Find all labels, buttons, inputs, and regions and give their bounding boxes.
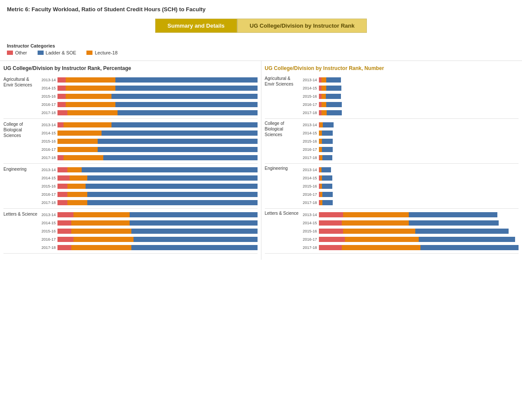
right-bar-row: 2013-14 (302, 76, 519, 83)
bar-row: 2013-14 (40, 211, 258, 218)
year-label: 2017-18 (40, 111, 57, 115)
category-group: Engineering2013-142014-152015-162016-172… (3, 165, 258, 209)
right-bar-track (319, 184, 519, 189)
year-label: 2013-14 (40, 78, 57, 82)
right-bar-track (319, 155, 519, 160)
bar-track (57, 122, 258, 127)
bar-row: 2017-18 (40, 244, 258, 251)
right-bar-track (319, 110, 519, 115)
year-label: 2015-16 (40, 94, 57, 99)
bar-track (57, 245, 258, 250)
right-bar-track (319, 212, 519, 217)
year-label: 2014-15 (40, 221, 57, 225)
right-bar-track (319, 200, 519, 205)
right-year-label: 2013-14 (302, 123, 319, 127)
category-group: Agricultural & Envir Sciences2013-142014… (3, 76, 258, 119)
right-bar-row: 2013-14 (302, 121, 519, 128)
category-name: Letters & Science (3, 210, 40, 217)
right-chart-body: Agricultural & Envir Sciences2013-142014… (265, 76, 519, 254)
bar-row: 2016-17 (40, 101, 258, 108)
right-bar-row: 2017-18 (302, 244, 519, 251)
year-label: 2016-17 (40, 147, 57, 152)
bar-track (57, 212, 258, 217)
category-name: Engineering (3, 165, 40, 172)
legend-other: Other (7, 50, 27, 55)
right-category-name: Engineering (265, 165, 302, 171)
bar-row: 2017-18 (40, 109, 258, 116)
bar-track (57, 175, 258, 181)
left-chart-panel: UG College/Division by Instructor Rank, … (0, 61, 261, 260)
right-year-label: 2013-14 (302, 213, 319, 217)
right-category-name: Letters & Science (265, 210, 302, 216)
tab-summary[interactable]: Summary and Details (155, 19, 237, 33)
bar-track (57, 77, 258, 83)
right-bar-track (319, 192, 519, 197)
right-bar-track (319, 94, 519, 99)
right-category-group: Agricultural & Envir Sciences2013-142014… (265, 76, 519, 119)
year-label: 2017-18 (40, 245, 57, 250)
right-year-label: 2014-15 (302, 221, 319, 225)
right-year-label: 2016-17 (302, 192, 319, 197)
right-year-label: 2014-15 (302, 176, 319, 180)
right-bar-track (319, 86, 519, 91)
bar-row: 2017-18 (40, 154, 258, 161)
category-group: College of Biological Sciences2013-14201… (3, 121, 258, 164)
bar-track (57, 167, 258, 172)
right-bar-track (319, 175, 519, 181)
right-year-label: 2014-15 (302, 86, 319, 90)
legend-lecture: Lecture-18 (86, 50, 118, 55)
bar-row: 2013-14 (40, 76, 258, 83)
right-bar-track (319, 122, 519, 127)
bar-track (57, 192, 258, 197)
tab-ug-college[interactable]: UG College/Division by Instructor Rank (237, 19, 367, 33)
bar-row: 2014-15 (40, 220, 258, 226)
bar-track (57, 86, 258, 91)
bar-row: 2013-14 (40, 166, 258, 173)
legend-title: Instructor Categories (7, 43, 515, 48)
other-swatch (7, 51, 13, 55)
bar-track (57, 200, 258, 205)
bar-track (57, 110, 258, 115)
right-bar-row: 2015-16 (302, 183, 519, 190)
bar-track (57, 184, 258, 189)
bar-track (57, 102, 258, 107)
right-category-group: Letters & Science2013-142014-152015-1620… (265, 210, 519, 254)
right-category-group: College of Biological Sciences2013-14201… (265, 121, 519, 164)
right-bar-row: 2016-17 (302, 191, 519, 198)
legend-ladder: Ladder & SOE (38, 50, 76, 55)
right-chart-panel: UG College/Division by Instructor Rank, … (261, 61, 522, 260)
right-year-label: 2017-18 (302, 111, 319, 115)
right-bar-track (319, 77, 519, 83)
year-label: 2016-17 (40, 192, 57, 197)
year-label: 2015-16 (40, 229, 57, 233)
right-bar-row: 2015-16 (302, 228, 519, 235)
bar-track (57, 94, 258, 99)
bar-row: 2015-16 (40, 183, 258, 190)
right-bar-track (319, 229, 519, 234)
right-bar-track (319, 245, 519, 250)
right-bar-row: 2017-18 (302, 154, 519, 161)
legend-section: Instructor Categories Other Ladder & SOE… (0, 40, 522, 60)
lecture-swatch (86, 51, 92, 55)
year-label: 2014-15 (40, 131, 57, 135)
bar-row: 2016-17 (40, 146, 258, 153)
right-bar-row: 2015-16 (302, 93, 519, 100)
right-year-label: 2017-18 (302, 245, 319, 250)
right-year-label: 2015-16 (302, 184, 319, 188)
right-bar-row: 2017-18 (302, 199, 519, 206)
left-chart-title: UG College/Division by Instructor Rank, … (3, 65, 258, 71)
right-year-label: 2016-17 (302, 237, 319, 242)
left-chart-body: Agricultural & Envir Sciences2013-142014… (3, 76, 258, 254)
bar-row: 2013-14 (40, 121, 258, 128)
right-year-label: 2017-18 (302, 156, 319, 160)
year-label: 2014-15 (40, 176, 57, 180)
bar-row: 2015-16 (40, 228, 258, 235)
legend-other-label: Other (15, 50, 27, 55)
category-name: Agricultural & Envir Sciences (3, 76, 40, 88)
bar-row: 2017-18 (40, 199, 258, 206)
charts-container: UG College/Division by Instructor Rank, … (0, 60, 522, 260)
tab-bar: Summary and Details UG College/Division … (0, 19, 522, 33)
right-year-label: 2017-18 (302, 200, 319, 205)
year-label: 2016-17 (40, 102, 57, 107)
year-label: 2013-14 (40, 123, 57, 127)
